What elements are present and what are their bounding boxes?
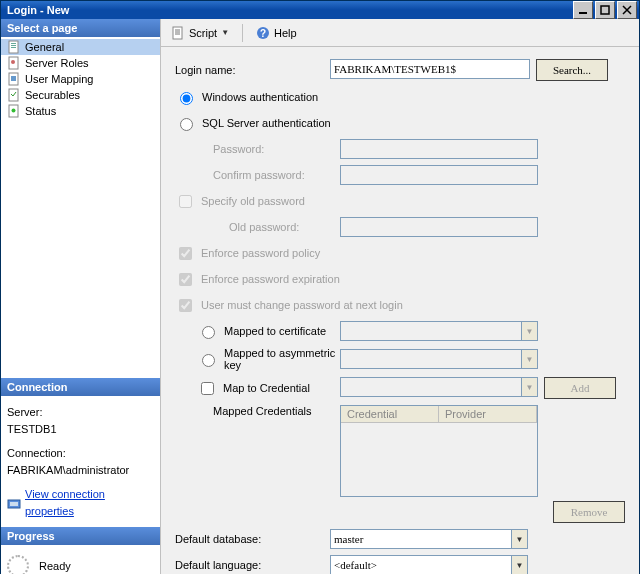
script-icon — [171, 26, 185, 40]
page-label: Status — [25, 105, 56, 117]
enforce-policy-label: Enforce password policy — [201, 247, 320, 259]
mapped-cert-input — [340, 321, 521, 341]
must-change-label: User must change password at next login — [201, 299, 403, 311]
page-icon — [7, 56, 21, 70]
progress-spinner-icon — [7, 555, 29, 574]
page-item-general[interactable]: General — [1, 39, 160, 55]
page-label: Securables — [25, 89, 80, 101]
search-button[interactable]: Search... — [536, 59, 608, 81]
page-item-status[interactable]: Status — [1, 103, 160, 119]
mapped-asym-radio[interactable] — [202, 354, 215, 367]
windows-auth-radio-input[interactable] — [180, 92, 193, 105]
server-label: Server: — [7, 404, 154, 421]
enforce-policy-check: Enforce password policy — [175, 244, 320, 263]
script-button[interactable]: Script ▼ — [165, 24, 235, 42]
help-icon: ? — [256, 26, 270, 40]
map-to-credential-checkbox[interactable] — [201, 382, 214, 395]
svg-rect-3 — [11, 43, 16, 44]
map-cred-combo: ▼ — [340, 377, 538, 399]
mapped-credentials-label: Mapped Credentials — [175, 405, 340, 417]
login-new-dialog: Login - New Select a page General Server… — [0, 0, 640, 574]
form-area: Login name: Search... Windows authentica… — [161, 47, 639, 574]
svg-point-12 — [12, 109, 16, 113]
specify-old-password-check: Specify old password — [175, 192, 305, 211]
chevron-down-icon: ▼ — [521, 321, 538, 341]
password-input — [340, 139, 538, 159]
login-name-input[interactable] — [330, 59, 530, 79]
enforce-expiration-label: Enforce password expiration — [201, 273, 340, 285]
login-name-label: Login name: — [175, 64, 330, 76]
mapped-credentials-list: Credential Provider — [340, 405, 538, 497]
sql-auth-radio[interactable]: SQL Server authentication — [175, 115, 331, 131]
enforce-expiration-checkbox — [179, 273, 192, 286]
page-item-user-mapping[interactable]: User Mapping — [1, 71, 160, 87]
page-icon — [7, 104, 21, 118]
windows-auth-radio[interactable]: Windows authentication — [175, 89, 318, 105]
map-cred-input — [340, 377, 521, 397]
maximize-button[interactable] — [595, 1, 615, 19]
toolbar-separator — [242, 24, 243, 42]
svg-rect-5 — [11, 47, 16, 48]
enforce-expiration-check: Enforce password expiration — [175, 270, 340, 289]
svg-rect-15 — [173, 27, 182, 39]
credential-column-header: Credential — [341, 406, 439, 422]
remove-button: Remove — [553, 501, 625, 523]
toolbar: Script ▼ ? Help — [161, 19, 639, 47]
provider-column-header: Provider — [439, 406, 537, 422]
close-icon — [622, 5, 632, 15]
svg-rect-0 — [579, 12, 587, 14]
page-item-server-roles[interactable]: Server Roles — [1, 55, 160, 71]
close-button[interactable] — [617, 1, 637, 19]
chevron-down-icon[interactable]: ▼ — [511, 555, 528, 574]
default-database-combo[interactable]: ▼ — [330, 529, 528, 549]
page-list: General Server Roles User Mapping Secura… — [1, 37, 160, 121]
help-label: Help — [274, 27, 297, 39]
mapped-cert-label: Mapped to certificate — [224, 325, 326, 337]
mapped-asym-label: Mapped to asymmetric key — [224, 347, 340, 371]
progress-status: Ready — [39, 560, 71, 572]
map-to-credential-label: Map to Credential — [223, 382, 310, 394]
help-button[interactable]: ? Help — [250, 24, 303, 42]
connection-props-icon — [7, 496, 21, 510]
old-password-label: Old password: — [175, 221, 340, 233]
chevron-down-icon[interactable]: ▼ — [511, 529, 528, 549]
chevron-down-icon: ▼ — [221, 28, 229, 37]
default-database-label: Default database: — [175, 533, 330, 545]
window-title: Login - New — [7, 4, 571, 16]
windows-auth-label: Windows authentication — [202, 91, 318, 103]
select-page-header: Select a page — [1, 19, 160, 37]
confirm-password-input — [340, 165, 538, 185]
sql-auth-label: SQL Server authentication — [202, 117, 331, 129]
chevron-down-icon: ▼ — [521, 349, 538, 369]
mapped-cert-radio[interactable] — [202, 326, 215, 339]
specify-old-password-label: Specify old password — [201, 195, 305, 207]
page-icon — [7, 88, 21, 102]
chevron-down-icon: ▼ — [521, 377, 538, 397]
default-language-combo[interactable]: ▼ — [330, 555, 528, 574]
default-language-input[interactable] — [330, 555, 511, 574]
default-database-input[interactable] — [330, 529, 511, 549]
server-value: TESTDB1 — [7, 421, 154, 438]
minimize-icon — [578, 5, 588, 15]
page-label: Server Roles — [25, 57, 89, 69]
sql-auth-radio-input[interactable] — [180, 118, 193, 131]
progress-header: Progress — [1, 527, 160, 545]
specify-old-password-checkbox — [179, 195, 192, 208]
titlebar: Login - New — [1, 1, 639, 19]
svg-rect-14 — [10, 502, 18, 506]
left-spacer — [1, 121, 160, 378]
connection-label: Connection: — [7, 445, 154, 462]
connection-header: Connection — [1, 378, 160, 396]
page-icon — [7, 40, 21, 54]
add-button: Add — [544, 377, 616, 399]
must-change-checkbox — [179, 299, 192, 312]
minimize-button[interactable] — [573, 1, 593, 19]
page-icon — [7, 72, 21, 86]
page-item-securables[interactable]: Securables — [1, 87, 160, 103]
view-connection-properties-link[interactable]: View connection properties — [25, 486, 154, 519]
must-change-check: User must change password at next login — [175, 296, 403, 315]
svg-rect-9 — [11, 76, 16, 81]
svg-rect-1 — [601, 6, 609, 14]
svg-text:?: ? — [260, 28, 266, 39]
script-label: Script — [189, 27, 217, 39]
